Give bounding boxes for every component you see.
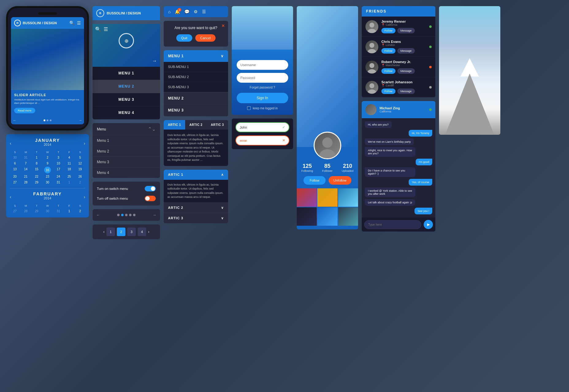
cal-day-3[interactable]: 3 — [53, 155, 63, 160]
accordion-item-3[interactable]: MENU 3 — [164, 104, 228, 116]
prev-arrow-icon[interactable]: ← — [13, 118, 17, 123]
gallery-item-2[interactable] — [317, 188, 337, 207]
cal-day-29[interactable]: 29 — [32, 180, 42, 185]
forget-password-link[interactable]: Forget password ? — [237, 86, 288, 89]
cal-day-23[interactable]: 23 — [42, 174, 52, 179]
username-input[interactable] — [237, 60, 288, 70]
home-icon[interactable]: ⌂ — [168, 9, 170, 14]
cal-day-30b[interactable]: 30 — [42, 180, 52, 185]
chat-icon[interactable]: 💬 — [184, 9, 189, 14]
cal-day-15[interactable]: 15 — [32, 167, 42, 173]
cal-day-18[interactable]: 18 — [64, 167, 74, 173]
gallery-item-1[interactable] — [297, 188, 317, 207]
cal-day-4[interactable]: 4 — [64, 155, 74, 160]
cancel-button[interactable]: Cancel — [195, 34, 216, 42]
next-arrow-icon[interactable]: → — [78, 118, 82, 123]
message-robert-button[interactable]: Message — [397, 68, 415, 74]
cal-feb-prev-icon[interactable]: ‹ — [10, 194, 11, 199]
profile-follow-button[interactable]: Follow — [304, 176, 326, 185]
page-btn-1[interactable]: 1 — [106, 228, 115, 236]
menu-item-4[interactable]: MENU 4 — [93, 106, 160, 119]
cal-next-icon[interactable]: › — [84, 141, 85, 146]
page-next-icon[interactable]: › — [148, 230, 149, 234]
nav-dot-4[interactable] — [129, 214, 132, 216]
profile-unfollow-button[interactable]: Unfollow — [329, 176, 351, 185]
settings-icon[interactable]: ⚙ — [194, 9, 198, 14]
cal-day-24[interactable]: 24 — [53, 174, 63, 179]
feb-2[interactable]: 2 — [75, 209, 85, 214]
cal-feb-next-icon[interactable]: › — [84, 194, 85, 199]
password-input[interactable] — [237, 73, 288, 83]
cal-day-7[interactable]: 7 — [21, 161, 31, 166]
cal-day-8[interactable]: 8 — [32, 161, 42, 166]
accordion-item-2[interactable]: MENU 2 — [164, 92, 228, 104]
menu-icon[interactable]: ☰ — [77, 21, 81, 25]
list-nav-icon[interactable]: ☰ — [202, 9, 206, 14]
tab-artic2[interactable]: ARTIC 2 — [185, 120, 207, 130]
quit-button[interactable]: Quit — [176, 34, 192, 42]
cal-day-19[interactable]: 19 — [75, 167, 85, 173]
feb-1[interactable]: 1 — [64, 209, 74, 214]
cal-prev-icon[interactable]: ‹ — [10, 141, 11, 146]
cal-day-5[interactable]: 5 — [75, 155, 85, 160]
cal-day-11[interactable]: 11 — [64, 161, 74, 166]
cal-day-26[interactable]: 26 — [75, 174, 85, 179]
toggle-on[interactable] — [145, 186, 156, 191]
gallery-item-4[interactable] — [297, 207, 317, 226]
gallery-item-3[interactable] — [338, 188, 358, 207]
accordion-sub-1[interactable]: SUB-MENU 1 — [164, 62, 228, 72]
search-icon[interactable]: 🔍 — [69, 21, 74, 25]
dropdown-item-3[interactable]: Menu 3 — [93, 156, 160, 167]
signin-button[interactable]: Sign In — [237, 93, 288, 103]
dropdown-item-2[interactable]: Menu 2 — [93, 146, 160, 156]
tab-artic1[interactable]: ARTIC 1 — [164, 120, 185, 130]
keep-logged-checkbox[interactable] — [247, 106, 251, 110]
cal-day-16-today[interactable]: 16 — [44, 167, 51, 173]
cal-day-17[interactable]: 17 — [53, 167, 63, 173]
dropdown-item-4[interactable]: Menu 4 — [93, 167, 160, 178]
menu-item-2[interactable]: MENU 2 — [93, 80, 160, 93]
cal-day-27[interactable]: 27 — [10, 180, 20, 185]
cal-day-14[interactable]: 14 — [21, 167, 31, 173]
dots-next-icon[interactable]: → — [153, 213, 156, 217]
cal-day-22[interactable]: 22 — [32, 174, 42, 179]
chat-input[interactable] — [364, 220, 421, 229]
page-btn-2[interactable]: 2 — [117, 228, 125, 236]
bell-icon[interactable]: 🔔 3 — [175, 9, 180, 14]
page-btn-4[interactable]: 4 — [138, 228, 146, 236]
cal-day-n2[interactable]: 2 — [75, 180, 85, 185]
cal-day-31b[interactable]: 31 — [53, 180, 63, 185]
cal-day-12[interactable]: 12 — [75, 161, 85, 166]
accordion-header-1[interactable]: MENU 1 ∨ — [164, 50, 228, 62]
nav-dot-3[interactable] — [125, 214, 128, 216]
feb-27[interactable]: 27 — [10, 209, 20, 214]
feb-29[interactable]: 29 — [32, 209, 42, 214]
cal-day-13[interactable]: 13 — [10, 167, 20, 173]
cal-day-30[interactable]: 30 — [10, 155, 20, 160]
cal-day-28[interactable]: 28 — [21, 180, 31, 185]
cal-day-20[interactable]: 20 — [10, 174, 20, 179]
page-btn-3[interactable]: 3 — [127, 228, 136, 236]
menu-item-1[interactable]: MENU 1 — [93, 67, 160, 80]
gallery-item-5[interactable] — [317, 207, 337, 226]
dots-prev-icon[interactable]: ← — [96, 213, 100, 217]
dropdown-item-1[interactable]: Menu 1 — [93, 135, 160, 146]
accordion-sub-2[interactable]: SUB-MENU 2 — [164, 72, 228, 82]
message-scarlett-button[interactable]: Message — [397, 89, 415, 94]
chat-send-button[interactable]: ▶ — [424, 220, 433, 229]
gallery-item-6[interactable] — [338, 207, 358, 226]
follow-scarlett-button[interactable]: Follow — [381, 89, 395, 94]
feb-31[interactable]: 31 — [53, 209, 63, 214]
dialog-close-icon[interactable]: ✕ — [221, 23, 225, 28]
cal-day-n1[interactable]: 1 — [64, 180, 74, 185]
feb-28[interactable]: 28 — [21, 209, 31, 214]
cal-day-25[interactable]: 25 — [64, 174, 74, 179]
cal-day-31[interactable]: 31 — [21, 155, 31, 160]
follow-chris-button[interactable]: Follow — [381, 48, 395, 54]
follow-robert-button[interactable]: Follow — [381, 68, 395, 74]
cal-day-6[interactable]: 6 — [10, 161, 20, 166]
message-chris-button[interactable]: Message — [397, 48, 415, 54]
cal-day-1[interactable]: 1 — [32, 155, 42, 160]
menu-item-3[interactable]: MENU 3 — [93, 93, 160, 106]
tab-artic3[interactable]: ARTIC 3 — [207, 120, 228, 130]
